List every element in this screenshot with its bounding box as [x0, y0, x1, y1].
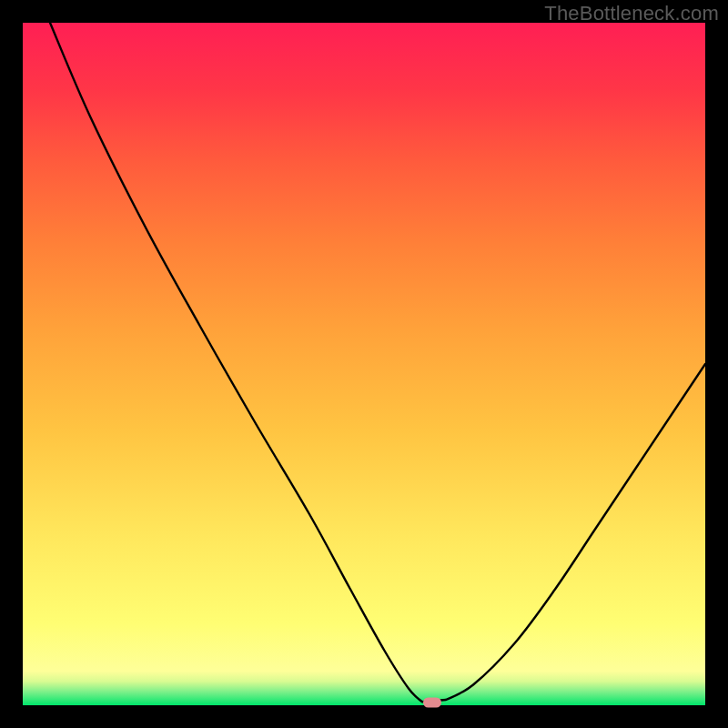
bottleneck-curve [23, 23, 705, 705]
watermark-text: TheBottleneck.com [544, 2, 719, 25]
minimum-marker [423, 698, 441, 708]
curve-path [50, 23, 705, 702]
plot-area [23, 23, 705, 705]
chart-frame: TheBottleneck.com [0, 0, 728, 728]
